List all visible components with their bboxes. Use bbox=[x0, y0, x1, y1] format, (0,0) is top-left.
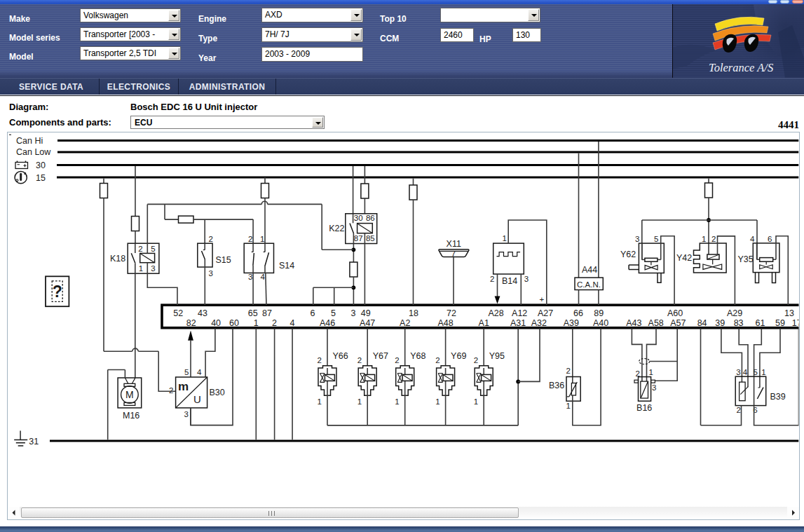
svg-text:2: 2 bbox=[490, 275, 494, 283]
svg-text:3: 3 bbox=[635, 235, 639, 243]
svg-text:3: 3 bbox=[350, 308, 355, 318]
svg-text:83: 83 bbox=[734, 318, 744, 328]
svg-text:4: 4 bbox=[290, 318, 295, 328]
svg-text:84: 84 bbox=[697, 318, 707, 328]
svg-text:82: 82 bbox=[186, 318, 196, 328]
svg-text:30: 30 bbox=[354, 214, 363, 222]
svg-text:5: 5 bbox=[331, 308, 336, 318]
svg-text:6: 6 bbox=[310, 308, 315, 318]
svg-text:87: 87 bbox=[262, 308, 272, 318]
svg-text:4: 4 bbox=[261, 273, 266, 281]
svg-text:Y66: Y66 bbox=[333, 351, 348, 361]
svg-text:A46: A46 bbox=[320, 318, 335, 328]
svg-text:1: 1 bbox=[702, 235, 706, 243]
svg-text:5: 5 bbox=[151, 245, 155, 253]
svg-text:X11: X11 bbox=[447, 239, 461, 249]
svg-text:1: 1 bbox=[474, 397, 478, 406]
svg-text:S15: S15 bbox=[216, 255, 231, 265]
svg-text:2: 2 bbox=[566, 367, 571, 375]
svg-text:3: 3 bbox=[736, 368, 740, 376]
svg-text:49: 49 bbox=[361, 308, 371, 318]
svg-text:3: 3 bbox=[151, 264, 155, 273]
svg-text:89: 89 bbox=[594, 308, 604, 318]
svg-text:B39: B39 bbox=[770, 392, 786, 402]
svg-text:3: 3 bbox=[248, 273, 252, 281]
svg-text:Y95: Y95 bbox=[489, 351, 505, 361]
svg-text:B16: B16 bbox=[636, 403, 652, 413]
svg-text:A28: A28 bbox=[488, 308, 503, 318]
svg-text:30: 30 bbox=[36, 161, 46, 170]
svg-text:66: 66 bbox=[573, 308, 583, 318]
svg-text:Can Hi: Can Hi bbox=[16, 136, 43, 146]
svg-text:1: 1 bbox=[254, 318, 259, 328]
svg-text:Y62: Y62 bbox=[620, 250, 636, 259]
svg-text:B30: B30 bbox=[209, 388, 224, 397]
svg-text:Y42: Y42 bbox=[676, 253, 692, 263]
svg-text:A57: A57 bbox=[670, 318, 686, 328]
svg-text:A29: A29 bbox=[727, 308, 742, 318]
svg-text:S14: S14 bbox=[279, 261, 294, 271]
svg-text:1: 1 bbox=[318, 397, 322, 406]
svg-text:2: 2 bbox=[209, 235, 213, 243]
svg-text:4: 4 bbox=[743, 368, 748, 376]
svg-text:18: 18 bbox=[409, 308, 418, 318]
svg-text:2: 2 bbox=[474, 356, 478, 364]
svg-text:1: 1 bbox=[649, 368, 653, 376]
svg-text:2: 2 bbox=[711, 235, 716, 243]
svg-text:K22: K22 bbox=[329, 224, 344, 233]
svg-text:A60: A60 bbox=[667, 308, 683, 318]
svg-text:3: 3 bbox=[524, 275, 529, 283]
svg-text:2: 2 bbox=[272, 318, 277, 328]
svg-text:1: 1 bbox=[761, 368, 765, 376]
svg-text:A27: A27 bbox=[538, 308, 553, 318]
svg-text:C.A.N.: C.A.N. bbox=[577, 280, 601, 289]
svg-text:5: 5 bbox=[184, 368, 189, 376]
svg-text:2: 2 bbox=[395, 356, 399, 364]
svg-text:72: 72 bbox=[447, 308, 456, 318]
svg-text:39: 39 bbox=[715, 318, 725, 328]
svg-text:B14: B14 bbox=[502, 276, 517, 286]
svg-text:2: 2 bbox=[138, 245, 142, 253]
svg-text:1: 1 bbox=[139, 264, 143, 273]
svg-text:A48: A48 bbox=[437, 318, 453, 328]
svg-text:4: 4 bbox=[197, 368, 202, 376]
svg-text:17: 17 bbox=[792, 318, 802, 328]
svg-text:B36: B36 bbox=[549, 381, 564, 390]
svg-text:2: 2 bbox=[169, 386, 173, 395]
svg-text:61: 61 bbox=[756, 318, 765, 328]
svg-text:2: 2 bbox=[435, 356, 440, 364]
svg-text:A32: A32 bbox=[531, 318, 547, 328]
svg-text:A58: A58 bbox=[648, 318, 664, 328]
svg-text:7: 7 bbox=[451, 250, 456, 258]
svg-text:A2: A2 bbox=[400, 318, 410, 328]
svg-text:1: 1 bbox=[260, 235, 264, 243]
svg-text:1: 1 bbox=[395, 397, 399, 406]
svg-text:52: 52 bbox=[173, 308, 183, 318]
svg-text:1: 1 bbox=[503, 234, 507, 243]
svg-text:65: 65 bbox=[248, 308, 258, 318]
svg-text:Y35: Y35 bbox=[738, 254, 754, 264]
svg-text:M: M bbox=[125, 389, 134, 400]
svg-text:A47: A47 bbox=[360, 318, 375, 328]
svg-text:3: 3 bbox=[652, 383, 656, 392]
svg-text:40: 40 bbox=[211, 318, 221, 328]
svg-text:m: m bbox=[178, 380, 189, 393]
svg-text:Y69: Y69 bbox=[451, 351, 466, 361]
svg-text:2: 2 bbox=[636, 369, 640, 378]
svg-text:Y68: Y68 bbox=[410, 351, 425, 361]
svg-text:1: 1 bbox=[435, 397, 440, 406]
svg-text:13: 13 bbox=[784, 308, 794, 318]
svg-text:+: + bbox=[540, 295, 545, 303]
svg-text:5: 5 bbox=[654, 235, 658, 243]
svg-text:M16: M16 bbox=[123, 411, 139, 421]
svg-text:87: 87 bbox=[354, 234, 363, 243]
svg-text:1: 1 bbox=[566, 402, 571, 410]
svg-text:A44: A44 bbox=[582, 265, 597, 275]
svg-text:5: 5 bbox=[753, 368, 757, 376]
svg-text:31: 31 bbox=[29, 437, 39, 446]
svg-text:A1: A1 bbox=[479, 318, 489, 328]
svg-text:2: 2 bbox=[318, 356, 322, 364]
svg-text:59: 59 bbox=[775, 318, 785, 328]
svg-text:A39: A39 bbox=[564, 318, 579, 328]
svg-text:A40: A40 bbox=[593, 318, 608, 328]
